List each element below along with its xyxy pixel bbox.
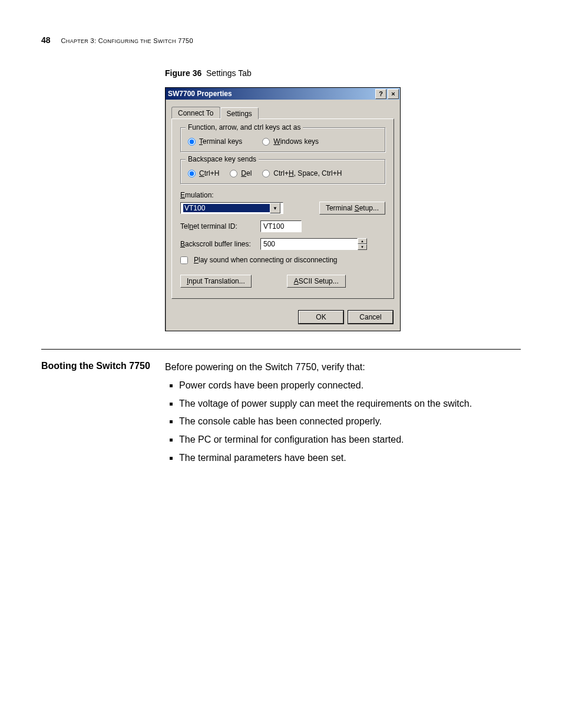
running-head: 48 CHAPTER 3: CONFIGURING THE SWITCH 775…	[41, 35, 521, 45]
list-item: The voltage of power supply can meet the…	[179, 397, 521, 411]
emulation-value: VT100	[183, 204, 270, 212]
radio-ctrl-h-input[interactable]	[188, 170, 196, 177]
tab-connect-to[interactable]: Connect To	[171, 107, 220, 118]
chevron-down-icon[interactable]: ▼	[270, 203, 280, 213]
section-heading: Booting the Switch 7750	[41, 360, 165, 372]
section-divider	[41, 349, 521, 350]
radio-del-input[interactable]	[230, 170, 237, 177]
radio-ctrl-h-space[interactable]: Ctrl+H, Space, Ctrl+H	[262, 169, 342, 177]
telnet-terminal-id-input[interactable]	[260, 220, 302, 232]
radio-terminal-keys-input[interactable]	[188, 138, 196, 146]
radio-windows-keys[interactable]: Windows keys	[262, 137, 319, 146]
section-intro: Before powering on the Switch 7750, veri…	[165, 360, 521, 375]
emulation-combo[interactable]: VT100 ▼	[180, 202, 283, 214]
chapter-title: CHAPTER 3: CONFIGURING THE SWITCH 7750	[61, 37, 193, 44]
backscroll-label: Backscroll buffer lines:	[180, 240, 254, 248]
properties-dialog: SW7700 Properties ? × Connect To Setting…	[165, 87, 401, 331]
figure-label: Figure 36	[165, 68, 201, 78]
function-keys-group: Function, arrow, and ctrl keys act as Te…	[180, 127, 385, 152]
spinner-up-icon[interactable]: ▲	[358, 238, 367, 244]
list-item: The console cable has been connected pro…	[179, 414, 521, 429]
backspace-legend: Backspace key sends	[186, 155, 259, 163]
terminal-setup-button[interactable]: Terminal Setup...	[319, 202, 385, 215]
dialog-titlebar[interactable]: SW7700 Properties ? ×	[166, 88, 400, 100]
bullet-list: Power cords have been properly connected…	[165, 378, 521, 466]
function-keys-legend: Function, arrow, and ctrl keys act as	[186, 123, 303, 131]
radio-del[interactable]: Del	[230, 169, 252, 177]
help-button[interactable]: ?	[375, 89, 386, 99]
cancel-button[interactable]: Cancel	[348, 311, 393, 324]
list-item: The PC or terminal for configuration has…	[179, 433, 521, 447]
figure-caption: Figure 36 Settings Tab	[165, 68, 521, 78]
telnet-label: Telnet terminal ID:	[180, 222, 254, 230]
tab-settings[interactable]: Settings	[220, 107, 259, 119]
radio-ctrl-h[interactable]: Ctrl+H	[188, 169, 219, 177]
list-item: The terminal parameters have been set.	[179, 451, 521, 466]
figure-title: Settings Tab	[206, 68, 252, 78]
input-translation-button[interactable]: Input Translation...	[180, 275, 252, 288]
radio-terminal-keys[interactable]: Terminal keys	[188, 137, 242, 146]
radio-windows-keys-input[interactable]	[262, 138, 270, 146]
play-sound-checkbox[interactable]	[180, 256, 188, 264]
backspace-group: Backspace key sends Ctrl+H Del	[180, 159, 385, 184]
settings-panel: Function, arrow, and ctrl keys act as Te…	[171, 118, 394, 299]
spinner-down-icon[interactable]: ▼	[358, 244, 367, 250]
ok-button[interactable]: OK	[299, 311, 343, 324]
close-button[interactable]: ×	[388, 89, 399, 99]
radio-ctrl-h-space-input[interactable]	[262, 170, 270, 177]
page-number: 48	[41, 35, 51, 45]
emulation-label: Emulation:	[180, 191, 214, 199]
backscroll-input[interactable]	[260, 238, 358, 250]
play-sound-label: Play sound when connecting or disconnect…	[194, 256, 338, 264]
dialog-title: SW7700 Properties	[168, 90, 232, 98]
ascii-setup-button[interactable]: ASCII Setup...	[287, 275, 346, 288]
backscroll-spinner[interactable]: ▲ ▼	[260, 238, 367, 250]
list-item: Power cords have been properly connected…	[179, 378, 521, 393]
